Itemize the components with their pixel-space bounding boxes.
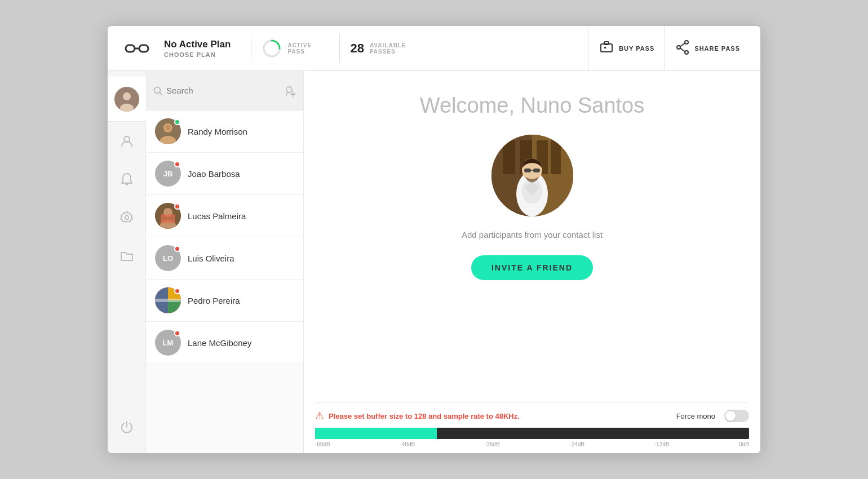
contact-name-lane: Lane McGiboney [188,338,251,348]
svg-rect-1 [139,45,148,52]
available-passes-label2: PASSES [370,48,406,55]
svg-line-19 [160,92,162,95]
available-passes-info: AVAILABLE PASSES [370,42,406,55]
sidebar-item-folder[interactable] [108,237,146,275]
sidebar-item-notifications[interactable] [108,160,146,198]
buy-pass-button[interactable]: BUY PASS [588,26,665,71]
contact-avatar-wrap-joao: JB [155,161,181,187]
contact-name-joao: Joao Barbosa [188,169,240,179]
sidebar-item-profile[interactable] [108,122,146,160]
audio-label-minus36: -36dB [485,441,500,447]
active-pass-info: ACTIVE PASS [287,42,312,55]
status-dot-randy [174,119,180,125]
contact-item-randy[interactable]: Randy Morrison [146,110,303,153]
search-input[interactable] [166,86,280,95]
contact-name-randy: Randy Morrison [188,127,247,136]
audio-meter [315,428,749,439]
svg-point-10 [677,46,680,49]
svg-point-20 [286,87,292,92]
svg-rect-39 [503,140,515,174]
svg-line-12 [680,48,685,51]
welcome-title: Welcome, Nuno Santos [420,94,645,118]
avatar [114,87,139,112]
header-divider-2 [339,34,340,63]
svg-point-26 [165,125,171,131]
contact-name-lucas: Lucas Palmeira [188,211,246,221]
svg-rect-6 [604,42,609,45]
invite-friend-button[interactable]: INVITE A FRIEND [471,255,593,280]
audio-label-minus48: -48dB [400,441,415,447]
svg-point-9 [685,51,688,54]
user-avatar-sidebar[interactable] [108,77,146,122]
search-bar [146,71,303,110]
svg-point-17 [125,216,129,220]
contact-name-pedro: Pedro Pereira [188,296,240,305]
svg-rect-47 [533,168,540,172]
svg-point-8 [685,41,688,44]
active-pass-label2: PASS [287,48,312,55]
main-content: Welcome, Nuno Santos [304,71,760,453]
sidebar-icons [108,71,146,453]
svg-rect-5 [601,44,612,52]
sidebar-item-settings[interactable] [108,198,146,237]
svg-rect-0 [126,45,135,52]
logo-icon [125,41,149,56]
contact-item-lucas[interactable]: Lucas Palmeira [146,195,303,237]
warning-icon: ⚠ [315,410,324,422]
available-passes-label: AVAILABLE [370,42,406,48]
contact-avatar-wrap-luis: LO [155,245,181,271]
warning-row: ⚠ Please set buffer size to 128 and samp… [315,410,749,422]
share-pass-label: SHARE PASS [694,45,740,52]
svg-rect-42 [551,140,561,174]
status-dot-lucas [174,203,180,210]
app-logo [118,41,156,56]
force-mono-toggle[interactable] [724,410,749,422]
warning-text: Please set buffer size to 128 and sample… [329,412,520,420]
audio-label-minus12: -12dB [654,441,670,447]
active-pass-label: ACTIVE [287,42,312,48]
contact-item-pedro[interactable]: Pedro Pereira [146,280,303,322]
contact-list: Randy Morrison JB Joao Barbosa [146,110,303,453]
header-divider-1 [251,34,251,63]
status-dot-luis [174,246,180,252]
contact-item-joao[interactable]: JB Joao Barbosa [146,153,303,195]
contact-avatar-wrap-pedro [155,287,181,313]
add-participants-text: Add participants from your contact list [462,230,603,239]
contact-item-luis[interactable]: LO Luis Oliveira [146,237,303,280]
svg-point-14 [123,92,131,100]
profile-photo-inner [491,135,573,216]
search-icon [153,86,163,96]
sidebar-item-power[interactable] [108,408,146,446]
plan-info: No Active Plan CHOOSE PLAN [164,39,231,58]
force-mono-label: Force mono [676,412,715,420]
plan-name: No Active Plan [164,39,231,50]
share-pass-button[interactable]: SHARE PASS [665,26,750,71]
contacts-panel: Randy Morrison JB Joao Barbosa [146,71,304,453]
svg-line-11 [680,43,685,46]
svg-rect-34 [168,300,181,313]
add-contact-button[interactable] [284,85,296,97]
active-pass-stat: ACTIVE PASS [262,38,329,59]
choose-plan-button[interactable]: CHOOSE PLAN [164,51,231,58]
audio-meter-labels: -60dB -48dB -36dB -24dB -12dB 0dB [315,441,749,447]
svg-rect-7 [604,47,606,48]
status-dot-joao [174,161,180,167]
status-dot-lane [174,330,180,336]
audio-meter-fill [315,428,437,439]
search-input-wrap [153,86,280,96]
contact-item-lane[interactable]: LM Lane McGiboney [146,322,303,364]
share-icon [675,40,690,57]
audio-label-minus24: -24dB [569,441,584,447]
available-passes-stat: 28 AVAILABLE PASSES [350,41,418,56]
active-pass-icon [262,38,282,59]
header-actions: BUY PASS SHARE PASS [588,26,750,71]
contact-avatar-wrap-lane: LM [155,330,181,356]
contact-avatar-wrap [155,118,181,144]
contact-name-luis: Luis Oliveira [188,254,234,263]
app-body: Randy Morrison JB Joao Barbosa [108,71,760,453]
audio-label-0: 0dB [739,441,749,447]
buy-pass-icon [599,39,614,57]
svg-rect-46 [524,168,531,172]
contact-avatar-wrap-lucas [155,203,181,229]
svg-rect-35 [155,299,181,302]
